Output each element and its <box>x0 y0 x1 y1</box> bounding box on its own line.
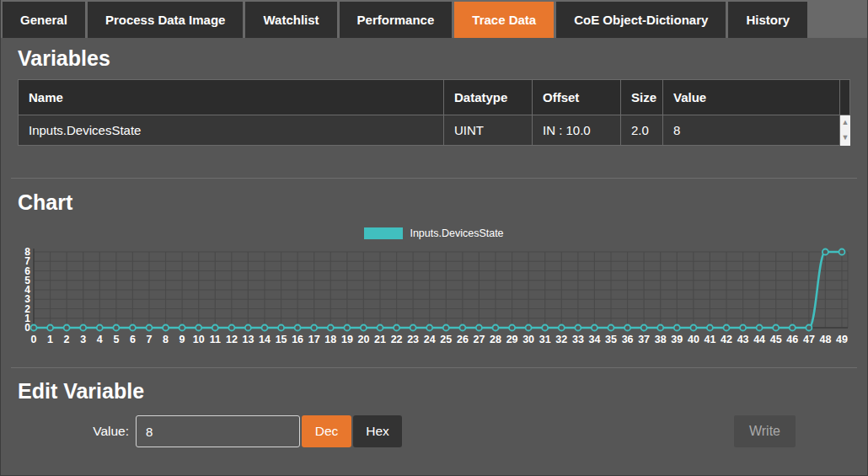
tab-history[interactable]: History <box>728 2 807 38</box>
table-header-cell: Size <box>621 79 663 115</box>
table-header-cell: Name <box>19 79 444 115</box>
svg-text:18: 18 <box>324 334 336 345</box>
value-label: Value: <box>18 424 129 439</box>
tab-coe-object-dictionary[interactable]: CoE Object-Dictionary <box>556 2 726 38</box>
svg-text:1: 1 <box>47 334 53 345</box>
svg-text:47: 47 <box>803 334 815 345</box>
device-panel-window: GeneralProcess Data ImageWatchlistPerfor… <box>0 0 868 476</box>
svg-text:49: 49 <box>836 334 848 345</box>
svg-text:7: 7 <box>147 334 153 345</box>
table-cell: Inputs.DevicesState <box>19 115 444 145</box>
svg-text:28: 28 <box>490 334 501 345</box>
svg-text:12: 12 <box>226 334 238 345</box>
svg-text:40: 40 <box>688 334 699 345</box>
table-scrollbar-track[interactable]: ▲ ▼ <box>840 115 850 146</box>
svg-text:8: 8 <box>163 334 169 345</box>
svg-text:41: 41 <box>704 334 715 345</box>
svg-text:36: 36 <box>622 334 634 345</box>
svg-text:29: 29 <box>506 334 518 345</box>
chart-section-title: Chart <box>18 190 850 215</box>
scroll-down-icon[interactable]: ▼ <box>840 131 850 146</box>
tab-process-data-image[interactable]: Process Data Image <box>88 2 244 38</box>
svg-text:48: 48 <box>819 334 831 345</box>
divider <box>11 178 857 179</box>
svg-text:33: 33 <box>572 334 584 345</box>
svg-text:35: 35 <box>605 334 617 345</box>
table-scrollbar-header-gap <box>840 79 850 115</box>
table-cell: IN : 10.0 <box>533 115 621 145</box>
svg-text:46: 46 <box>786 334 798 345</box>
table-header-cell: Value <box>663 79 840 115</box>
svg-text:43: 43 <box>737 334 749 345</box>
svg-text:25: 25 <box>440 334 452 345</box>
table-header-row: NameDatatypeOffsetSizeValue <box>19 79 840 115</box>
svg-text:37: 37 <box>638 334 650 345</box>
scroll-up-icon[interactable]: ▲ <box>840 115 850 131</box>
tab-bar: GeneralProcess Data ImageWatchlistPerfor… <box>1 0 867 38</box>
table-cell: 2.0 <box>621 115 663 145</box>
svg-text:5: 5 <box>113 334 119 345</box>
write-button[interactable]: Write <box>734 415 796 447</box>
table-row[interactable]: Inputs.DevicesStateUINTIN : 10.02.08 <box>19 115 840 145</box>
variables-table: NameDatatypeOffsetSizeValue Inputs.Devic… <box>18 79 850 146</box>
svg-text:42: 42 <box>721 334 732 345</box>
svg-text:0: 0 <box>31 334 37 345</box>
trace-chart: 0123456780123456789101112131415161718192… <box>18 246 852 347</box>
svg-text:38: 38 <box>655 334 667 345</box>
svg-text:23: 23 <box>407 334 419 345</box>
svg-text:24: 24 <box>424 334 436 345</box>
svg-text:39: 39 <box>671 334 683 345</box>
tab-watchlist[interactable]: Watchlist <box>245 2 336 38</box>
svg-text:8: 8 <box>24 246 30 258</box>
svg-text:34: 34 <box>588 334 600 345</box>
svg-text:3: 3 <box>80 334 86 345</box>
tab-performance[interactable]: Performance <box>340 2 453 38</box>
svg-text:45: 45 <box>770 334 782 345</box>
svg-text:2: 2 <box>64 334 70 345</box>
svg-text:32: 32 <box>555 334 567 345</box>
svg-text:17: 17 <box>308 334 320 345</box>
value-input[interactable] <box>136 415 300 447</box>
hex-button[interactable]: Hex <box>353 415 402 447</box>
svg-text:10: 10 <box>193 334 205 345</box>
svg-text:14: 14 <box>259 334 271 345</box>
table-scrollbar[interactable]: ▲ ▼ <box>840 79 850 146</box>
svg-text:20: 20 <box>357 334 369 345</box>
svg-text:13: 13 <box>242 334 254 345</box>
table-cell: UINT <box>444 115 533 145</box>
chart-legend: Inputs.DevicesState <box>1 227 867 240</box>
svg-text:16: 16 <box>292 334 303 345</box>
legend-label: Inputs.DevicesState <box>410 227 503 239</box>
svg-text:31: 31 <box>539 334 551 345</box>
table-header-cell: Datatype <box>444 79 533 115</box>
variables-table-grid: NameDatatypeOffsetSizeValue Inputs.Devic… <box>18 79 840 146</box>
dec-button[interactable]: Dec <box>302 415 351 447</box>
svg-text:19: 19 <box>341 334 353 345</box>
svg-text:27: 27 <box>473 334 485 345</box>
svg-text:21: 21 <box>374 334 386 345</box>
tab-trace-data[interactable]: Trace Data <box>454 2 554 38</box>
edit-variable-section-title: Edit Variable <box>18 379 850 404</box>
svg-text:6: 6 <box>130 334 136 345</box>
legend-swatch <box>364 227 403 239</box>
variables-section-title: Variables <box>18 38 850 71</box>
table-cell: 8 <box>663 115 840 145</box>
svg-text:26: 26 <box>457 334 469 345</box>
svg-text:44: 44 <box>753 334 765 345</box>
svg-text:4: 4 <box>97 334 103 345</box>
table-header-cell: Offset <box>533 79 621 115</box>
svg-text:22: 22 <box>391 334 403 345</box>
svg-text:11: 11 <box>210 334 221 345</box>
svg-text:9: 9 <box>179 334 185 345</box>
svg-text:30: 30 <box>522 334 534 345</box>
edit-variable-form: Value: Dec Hex Write <box>18 415 850 447</box>
svg-text:15: 15 <box>276 334 287 345</box>
divider <box>11 367 857 368</box>
tab-general[interactable]: General <box>3 2 85 38</box>
